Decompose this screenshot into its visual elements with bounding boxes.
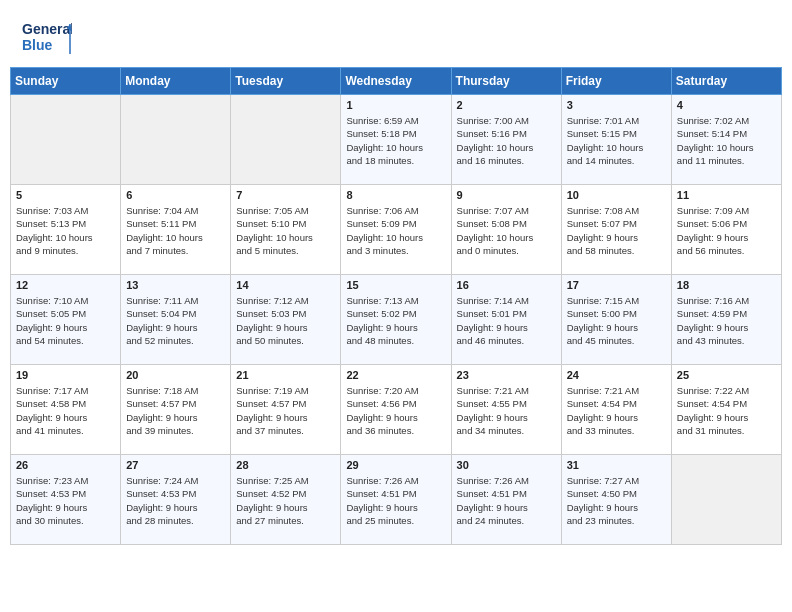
day-number: 22 — [346, 369, 445, 381]
calendar-table: SundayMondayTuesdayWednesdayThursdayFrid… — [10, 67, 782, 545]
day-number: 1 — [346, 99, 445, 111]
calendar-cell: 15Sunrise: 7:13 AMSunset: 5:02 PMDayligh… — [341, 275, 451, 365]
day-number: 13 — [126, 279, 225, 291]
calendar-cell: 30Sunrise: 7:26 AMSunset: 4:51 PMDayligh… — [451, 455, 561, 545]
calendar-cell: 22Sunrise: 7:20 AMSunset: 4:56 PMDayligh… — [341, 365, 451, 455]
day-number: 5 — [16, 189, 115, 201]
calendar-cell: 2Sunrise: 7:00 AMSunset: 5:16 PMDaylight… — [451, 95, 561, 185]
day-number: 12 — [16, 279, 115, 291]
calendar-cell: 17Sunrise: 7:15 AMSunset: 5:00 PMDayligh… — [561, 275, 671, 365]
day-info: Sunrise: 7:03 AMSunset: 5:13 PMDaylight:… — [16, 204, 115, 257]
day-info: Sunrise: 7:07 AMSunset: 5:08 PMDaylight:… — [457, 204, 556, 257]
calendar-cell: 11Sunrise: 7:09 AMSunset: 5:06 PMDayligh… — [671, 185, 781, 275]
day-number: 19 — [16, 369, 115, 381]
day-info: Sunrise: 7:14 AMSunset: 5:01 PMDaylight:… — [457, 294, 556, 347]
day-number: 27 — [126, 459, 225, 471]
day-info: Sunrise: 7:00 AMSunset: 5:16 PMDaylight:… — [457, 114, 556, 167]
day-info: Sunrise: 7:05 AMSunset: 5:10 PMDaylight:… — [236, 204, 335, 257]
day-number: 11 — [677, 189, 776, 201]
weekday-header-friday: Friday — [561, 68, 671, 95]
day-number: 24 — [567, 369, 666, 381]
day-info: Sunrise: 7:09 AMSunset: 5:06 PMDaylight:… — [677, 204, 776, 257]
calendar-cell: 24Sunrise: 7:21 AMSunset: 4:54 PMDayligh… — [561, 365, 671, 455]
day-number: 31 — [567, 459, 666, 471]
calendar-cell: 25Sunrise: 7:22 AMSunset: 4:54 PMDayligh… — [671, 365, 781, 455]
calendar-week-4: 19Sunrise: 7:17 AMSunset: 4:58 PMDayligh… — [11, 365, 782, 455]
day-info: Sunrise: 7:16 AMSunset: 4:59 PMDaylight:… — [677, 294, 776, 347]
day-number: 10 — [567, 189, 666, 201]
svg-text:General: General — [22, 21, 72, 37]
weekday-header-tuesday: Tuesday — [231, 68, 341, 95]
day-number: 15 — [346, 279, 445, 291]
weekday-header-saturday: Saturday — [671, 68, 781, 95]
calendar-cell: 7Sunrise: 7:05 AMSunset: 5:10 PMDaylight… — [231, 185, 341, 275]
day-number: 7 — [236, 189, 335, 201]
day-info: Sunrise: 7:08 AMSunset: 5:07 PMDaylight:… — [567, 204, 666, 257]
day-info: Sunrise: 6:59 AMSunset: 5:18 PMDaylight:… — [346, 114, 445, 167]
calendar-cell: 4Sunrise: 7:02 AMSunset: 5:14 PMDaylight… — [671, 95, 781, 185]
calendar-cell: 5Sunrise: 7:03 AMSunset: 5:13 PMDaylight… — [11, 185, 121, 275]
calendar-cell: 12Sunrise: 7:10 AMSunset: 5:05 PMDayligh… — [11, 275, 121, 365]
calendar-body: 1Sunrise: 6:59 AMSunset: 5:18 PMDaylight… — [11, 95, 782, 545]
day-number: 25 — [677, 369, 776, 381]
calendar-cell: 26Sunrise: 7:23 AMSunset: 4:53 PMDayligh… — [11, 455, 121, 545]
page-header: General Blue — [10, 10, 782, 62]
calendar-cell: 13Sunrise: 7:11 AMSunset: 5:04 PMDayligh… — [121, 275, 231, 365]
day-info: Sunrise: 7:01 AMSunset: 5:15 PMDaylight:… — [567, 114, 666, 167]
calendar-cell: 10Sunrise: 7:08 AMSunset: 5:07 PMDayligh… — [561, 185, 671, 275]
weekday-header-wednesday: Wednesday — [341, 68, 451, 95]
day-number: 21 — [236, 369, 335, 381]
calendar-cell — [671, 455, 781, 545]
calendar-cell: 6Sunrise: 7:04 AMSunset: 5:11 PMDaylight… — [121, 185, 231, 275]
day-number: 23 — [457, 369, 556, 381]
day-info: Sunrise: 7:17 AMSunset: 4:58 PMDaylight:… — [16, 384, 115, 437]
day-info: Sunrise: 7:24 AMSunset: 4:53 PMDaylight:… — [126, 474, 225, 527]
calendar-week-5: 26Sunrise: 7:23 AMSunset: 4:53 PMDayligh… — [11, 455, 782, 545]
calendar-week-2: 5Sunrise: 7:03 AMSunset: 5:13 PMDaylight… — [11, 185, 782, 275]
logo-container: General Blue — [22, 18, 72, 58]
day-info: Sunrise: 7:06 AMSunset: 5:09 PMDaylight:… — [346, 204, 445, 257]
calendar-header: SundayMondayTuesdayWednesdayThursdayFrid… — [11, 68, 782, 95]
day-info: Sunrise: 7:25 AMSunset: 4:52 PMDaylight:… — [236, 474, 335, 527]
calendar-cell: 27Sunrise: 7:24 AMSunset: 4:53 PMDayligh… — [121, 455, 231, 545]
calendar-cell: 21Sunrise: 7:19 AMSunset: 4:57 PMDayligh… — [231, 365, 341, 455]
day-info: Sunrise: 7:11 AMSunset: 5:04 PMDaylight:… — [126, 294, 225, 347]
day-number: 29 — [346, 459, 445, 471]
calendar-cell: 9Sunrise: 7:07 AMSunset: 5:08 PMDaylight… — [451, 185, 561, 275]
day-number: 26 — [16, 459, 115, 471]
calendar-cell: 20Sunrise: 7:18 AMSunset: 4:57 PMDayligh… — [121, 365, 231, 455]
day-info: Sunrise: 7:23 AMSunset: 4:53 PMDaylight:… — [16, 474, 115, 527]
weekday-header-sunday: Sunday — [11, 68, 121, 95]
weekday-header-row: SundayMondayTuesdayWednesdayThursdayFrid… — [11, 68, 782, 95]
day-number: 28 — [236, 459, 335, 471]
day-number: 4 — [677, 99, 776, 111]
day-info: Sunrise: 7:21 AMSunset: 4:54 PMDaylight:… — [567, 384, 666, 437]
day-info: Sunrise: 7:21 AMSunset: 4:55 PMDaylight:… — [457, 384, 556, 437]
day-number: 9 — [457, 189, 556, 201]
calendar-cell — [231, 95, 341, 185]
day-number: 16 — [457, 279, 556, 291]
day-number: 6 — [126, 189, 225, 201]
weekday-header-monday: Monday — [121, 68, 231, 95]
day-info: Sunrise: 7:18 AMSunset: 4:57 PMDaylight:… — [126, 384, 225, 437]
day-number: 3 — [567, 99, 666, 111]
logo: General Blue — [22, 18, 72, 58]
calendar-cell: 29Sunrise: 7:26 AMSunset: 4:51 PMDayligh… — [341, 455, 451, 545]
day-number: 20 — [126, 369, 225, 381]
calendar-cell: 23Sunrise: 7:21 AMSunset: 4:55 PMDayligh… — [451, 365, 561, 455]
logo-icon: General Blue — [22, 18, 72, 58]
calendar-cell: 18Sunrise: 7:16 AMSunset: 4:59 PMDayligh… — [671, 275, 781, 365]
calendar-cell: 28Sunrise: 7:25 AMSunset: 4:52 PMDayligh… — [231, 455, 341, 545]
calendar-cell: 3Sunrise: 7:01 AMSunset: 5:15 PMDaylight… — [561, 95, 671, 185]
day-info: Sunrise: 7:15 AMSunset: 5:00 PMDaylight:… — [567, 294, 666, 347]
calendar-week-3: 12Sunrise: 7:10 AMSunset: 5:05 PMDayligh… — [11, 275, 782, 365]
day-info: Sunrise: 7:26 AMSunset: 4:51 PMDaylight:… — [457, 474, 556, 527]
day-info: Sunrise: 7:26 AMSunset: 4:51 PMDaylight:… — [346, 474, 445, 527]
calendar-cell: 19Sunrise: 7:17 AMSunset: 4:58 PMDayligh… — [11, 365, 121, 455]
day-info: Sunrise: 7:22 AMSunset: 4:54 PMDaylight:… — [677, 384, 776, 437]
calendar-cell — [121, 95, 231, 185]
day-number: 2 — [457, 99, 556, 111]
weekday-header-thursday: Thursday — [451, 68, 561, 95]
calendar-cell: 31Sunrise: 7:27 AMSunset: 4:50 PMDayligh… — [561, 455, 671, 545]
day-info: Sunrise: 7:27 AMSunset: 4:50 PMDaylight:… — [567, 474, 666, 527]
